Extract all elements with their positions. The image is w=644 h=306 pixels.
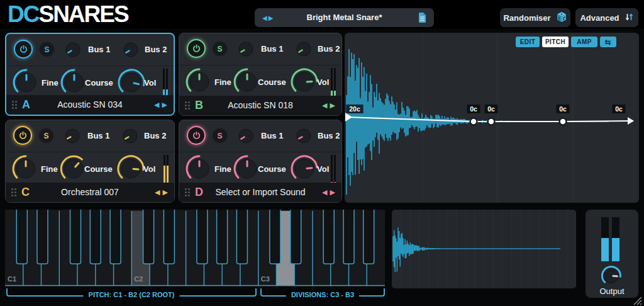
bus2-knob[interactable] [295,127,313,147]
sample-name-bar[interactable]: C Orchestral 007 ◀ ▶ [6,183,174,202]
vol-label: Vol [144,78,156,88]
output-panel: Output [586,210,638,298]
svg-text:20c: 20c [349,105,360,113]
solo-button[interactable]: S [212,41,228,57]
bus1-label: Bus 1 [88,45,110,54]
output-level-meter [601,217,619,261]
preset-name: Bright Metal Snare* [255,8,434,27]
course-label: Course [258,77,286,87]
next-sample-icon[interactable]: ▶ [163,188,168,196]
resize-grip[interactable] [631,295,643,305]
slot-letter: A [22,98,30,111]
fine-label: Fine [42,78,58,88]
sample-name[interactable]: Orchestral 007 [31,183,149,202]
bus2-label: Bus 2 [145,45,167,54]
drag-handle-dots[interactable] [11,188,13,190]
sample-slot-b: S Bus 1 Bus 2 Fine Course Vol B Acoustic… [179,33,342,116]
bus2-knob[interactable] [121,127,139,147]
svg-text:C3: C3 [261,275,270,283]
fine-label: Fine [41,164,58,174]
solo-button[interactable]: S [39,42,55,57]
preset-selector[interactable]: ◀ ▶ Bright Metal Snare* [255,8,434,27]
sort-arrows-icon [625,12,634,24]
tab-edit[interactable]: EDIT [516,37,540,47]
sample-name-bar[interactable]: A Acoustic SN 034 ◀ ▶ [6,95,174,115]
svg-text:0c: 0c [559,105,567,113]
fine-knob[interactable] [11,154,40,186]
power-icon[interactable] [187,39,206,58]
bus1-knob[interactable] [64,127,81,147]
waveform-editor-panel: 20c0c0c0c0c EDIT PITCH AMP ⇆ [345,33,639,203]
bus1-label: Bus 1 [261,131,283,140]
sample-name[interactable]: Acoustic SN 018 [204,96,316,115]
tab-amp[interactable]: AMP [571,37,597,47]
waveform-preview [392,210,576,288]
sample-name[interactable]: Select or Import Sound [204,183,316,202]
sample-slot-d: S Bus 1 Bus 2 Fine Course Vol D Select o… [179,120,342,203]
output-label: Output [586,286,638,296]
divisions-range-bracket: DIVISIONS: C3 - B3 [260,288,385,297]
top-bar: DCSNARES ◀ ▶ Bright Metal Snare* Randomi… [0,0,644,29]
next-sample-icon[interactable]: ▶ [330,101,335,110]
fine-label: Fine [214,164,231,174]
sample-name-bar[interactable]: D Select or Import Sound ◀ ▶ [179,183,341,202]
slot-divider [179,65,341,65]
divisions-range-label: DIVISIONS: C3 - B3 [286,291,359,298]
fine-knob[interactable] [185,67,214,99]
svg-text:C2: C2 [134,275,143,283]
vol-knob[interactable] [290,67,319,99]
vol-label: Vol [143,164,155,174]
slot-divider [6,152,174,152]
prev-sample-icon[interactable]: ◀ [322,101,327,110]
sample-slot-c: S Bus 1 Bus 2 Fine Course Vol C Orchestr… [5,120,175,203]
course-label: Course [258,164,286,174]
randomiser-label: Randomiser [503,13,550,23]
solo-button[interactable]: S [212,128,228,144]
slot-divider [6,65,174,66]
next-sample-icon[interactable]: ▶ [330,188,335,196]
swap-icon[interactable]: ⇆ [600,37,616,47]
power-icon[interactable] [14,40,33,59]
randomiser-button[interactable]: Randomiser [500,8,570,27]
advanced-label: Advanced [580,13,619,23]
vol-knob[interactable] [116,154,145,186]
solo-button[interactable]: S [38,128,54,144]
drag-handle-dots[interactable] [185,101,187,103]
sample-name-bar[interactable]: B Acoustic SN 018 ◀ ▶ [179,96,341,115]
bus1-knob[interactable] [237,40,255,60]
bus2-label: Bus 2 [144,131,166,140]
output-knob[interactable] [601,265,622,289]
bus1-label: Bus 1 [87,131,109,140]
next-sample-icon[interactable]: ▶ [162,101,167,109]
prev-sample-icon[interactable]: ◀ [154,101,159,109]
fine-knob[interactable] [185,154,214,186]
level-meter [331,155,336,183]
svg-text:0c: 0c [615,105,623,113]
power-icon[interactable] [13,126,32,145]
drag-handle-dots[interactable] [185,188,187,190]
piano-keyboard[interactable]: C1C2C3 [5,210,385,286]
slot-letter: C [21,186,30,199]
prev-sample-icon[interactable]: ◀ [155,188,160,196]
prev-sample-icon[interactable]: ◀ [322,188,327,196]
course-label: Course [85,78,113,88]
bus2-knob[interactable] [122,41,140,61]
sample-name[interactable]: Acoustic SN 034 [31,95,148,115]
vol-label: Vol [317,164,329,174]
bus1-knob[interactable] [237,127,255,147]
course-label: Course [84,164,113,174]
preset-document-icon[interactable] [418,13,426,25]
power-icon[interactable] [187,126,206,145]
pitch-envelope[interactable]: 20c0c0c0c0c [345,33,639,203]
svg-text:C1: C1 [8,275,16,283]
bus1-knob[interactable] [64,41,82,61]
bus1-label: Bus 1 [261,44,283,54]
vol-label: Vol [317,77,329,87]
advanced-button[interactable]: Advanced [575,8,638,27]
vol-knob[interactable] [290,154,319,186]
drag-handle-dots[interactable] [12,101,14,103]
bus2-knob[interactable] [295,40,313,60]
bus2-label: Bus 2 [318,131,340,140]
tab-pitch[interactable]: PITCH [542,37,569,47]
fine-label: Fine [214,77,231,87]
